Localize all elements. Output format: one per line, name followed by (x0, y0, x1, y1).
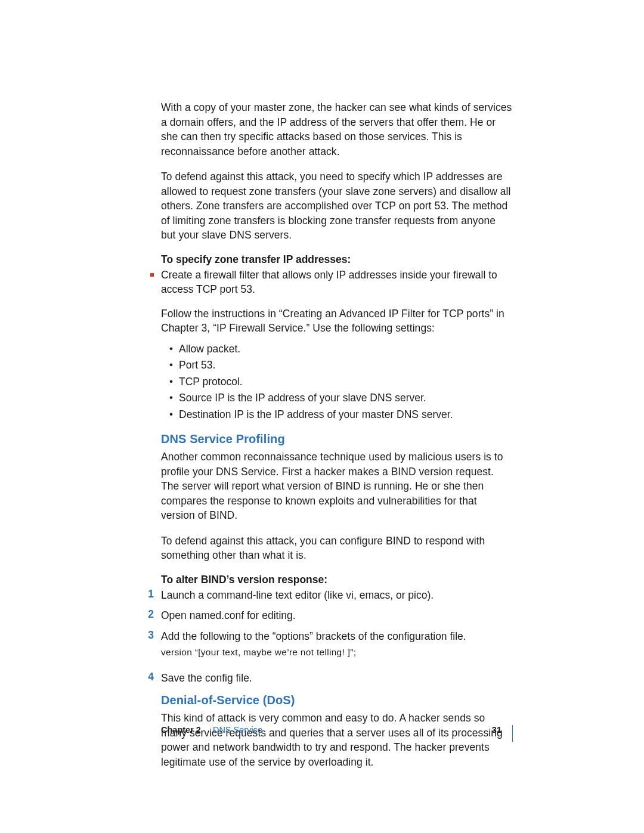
list-item: Source IP is the IP address of your slav… (173, 391, 513, 405)
bullet-icon (150, 273, 154, 277)
footer-left: Chapter 2 DNS Service (161, 725, 262, 735)
step-text: Save the config file. (161, 671, 513, 686)
paragraph: To defend against this attack, you can c… (161, 534, 513, 563)
step-text: Launch a command-line text editor (like … (161, 588, 513, 603)
footer-chapter-label: Chapter 2 (161, 725, 201, 735)
step-number: 3 (143, 629, 154, 665)
content-column: With a copy of your master zone, the hac… (161, 100, 513, 780)
list-item: Destination IP is the IP address of your… (173, 407, 513, 422)
step-number: 2 (143, 608, 154, 623)
footer-chapter-name: DNS Service (213, 725, 262, 735)
paragraph: To defend against this attack, you need … (161, 169, 513, 243)
footer-page-number: 31 (492, 725, 501, 735)
page-footer: Chapter 2 DNS Service 31 (161, 725, 513, 742)
bulleted-text: Create a firewall filter that allows onl… (161, 268, 513, 297)
step-text-inner: Add the following to the “options” brack… (161, 630, 466, 642)
list-item: TCP protocol. (173, 374, 513, 389)
page: With a copy of your master zone, the hac… (0, 0, 644, 833)
step-item: 1 Launch a command-line text editor (lik… (161, 588, 513, 603)
numbered-steps: 1 Launch a command-line text editor (lik… (161, 588, 513, 686)
step-text: Open named.conf for editing. (161, 608, 513, 623)
step-item: 3 Add the following to the “options” bra… (161, 629, 513, 665)
paragraph: With a copy of your master zone, the hac… (161, 100, 513, 159)
step-text: Add the following to the “options” brack… (161, 629, 513, 665)
paragraph: Follow the instructions in “Creating an … (161, 306, 513, 336)
step-number: 4 (143, 671, 154, 686)
list-item: Allow packet. (173, 342, 513, 357)
code-line: version “[your text, maybe we’re not tel… (161, 646, 513, 659)
section-heading: Denial-of-Service (DoS) (161, 693, 513, 707)
bulleted-item: Create a firewall filter that allows onl… (161, 268, 513, 297)
settings-list: Allow packet. Port 53. TCP protocol. Sou… (173, 342, 513, 422)
step-number: 1 (143, 588, 154, 603)
procedure-subhead: To alter BIND’s version response: (161, 574, 513, 586)
step-item: 4 Save the config file. (161, 671, 513, 686)
procedure-subhead: To specify zone transfer IP addresses: (161, 253, 513, 266)
section-heading: DNS Service Profiling (161, 432, 513, 446)
list-item: Port 53. (173, 358, 513, 373)
paragraph: Another common reconnaissance technique … (161, 450, 513, 523)
step-item: 2 Open named.conf for editing. (161, 608, 513, 623)
